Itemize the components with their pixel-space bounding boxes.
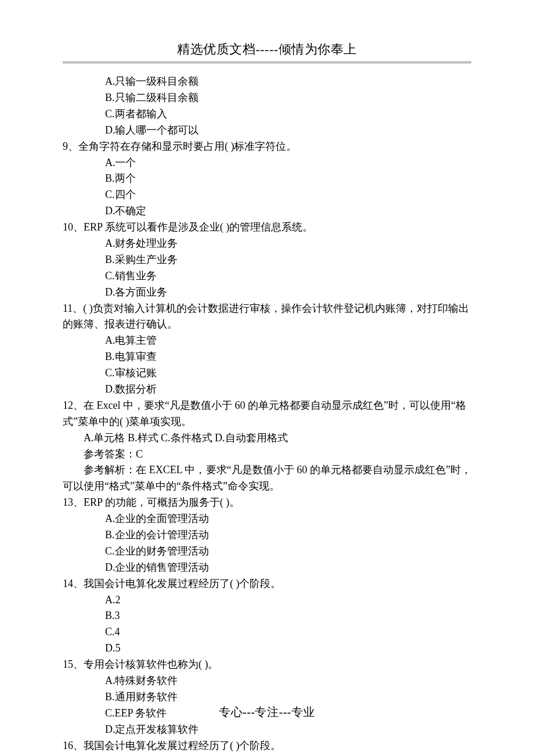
answer-option: B.企业的会计管理活动 (63, 527, 471, 543)
answer-option: D.5 (63, 640, 471, 657)
header-rule (63, 62, 471, 63)
answer-option: A.2 (63, 592, 471, 609)
answer-option: B.3 (63, 608, 471, 624)
answer-option: A.财务处理业务 (63, 236, 471, 252)
question-text: 9、全角字符在存储和显示时要占用( )标准字符位。 (63, 139, 471, 155)
answer-option: D.输人哪一个都可以 (63, 123, 471, 139)
answer-option: A.特殊财务软件 (63, 673, 471, 689)
answer-option: A.只输一级科目余额 (63, 74, 471, 90)
answer-option: B.电算审查 (63, 349, 471, 365)
document-body: A.只输一级科目余额B.只输二级科目余额C.两者都输入D.输人哪一个都可以9、全… (0, 74, 534, 756)
answer-option: A.电算主管 (63, 333, 471, 349)
question-text: 12、在 Excel 中，要求“凡是数值小于 60 的单元格都要自动显示成红色”… (63, 398, 471, 430)
answer-option: D.各方面业务 (63, 285, 471, 301)
answer-option: C.企业的财务管理活动 (63, 543, 471, 560)
question-text: 13、ERP 的功能，可概括为服务于( )。 (63, 495, 471, 511)
answer-option: B.采购生产业务 (63, 252, 471, 268)
page-header: 精选优质文档-----倾情为你奉上 (0, 0, 534, 62)
answer-option: D.不确定 (63, 203, 471, 219)
answer-options-inline: A.单元格 B.样式 C.条件格式 D.自动套用格式 (63, 430, 471, 447)
answer-option: C.销售业务 (63, 268, 471, 285)
answer-option: C.四个 (63, 187, 471, 203)
question-text: 14、我国会计电算化发展过程经历了( )个阶段。 (63, 576, 471, 592)
question-text: 16、我国会计电算化发展过程经历了( )个阶段。 (63, 738, 471, 754)
question-text: 11、( )负责对输入计算机的会计数据进行审核，操作会计软件登记机内账簿，对打印… (63, 301, 471, 333)
explanation-text: 参考解析：在 EXCEL 中，要求“凡是数值小于 60 的单元格都要自动显示成红… (63, 462, 471, 495)
answer-option: D.定点开发核算软件 (63, 722, 471, 738)
page-footer: 专心---专注---专业 (0, 703, 534, 721)
answer-option: C.4 (63, 624, 471, 640)
answer-option: A.一个 (63, 155, 471, 171)
answer-option: D.企业的销售管理活动 (63, 560, 471, 576)
answer-option: C.两者都输入 (63, 106, 471, 123)
question-text: 15、专用会计核算软件也称为( )。 (63, 657, 471, 673)
answer-option: A.2 (63, 754, 471, 757)
answer-option: B.两个 (63, 171, 471, 187)
answer-option: A.企业的全面管理活动 (63, 511, 471, 527)
answer-option: D.数据分析 (63, 381, 471, 398)
reference-answer: 参考答案：C (63, 447, 471, 463)
answer-option: B.只输二级科目余额 (63, 90, 471, 106)
answer-option: C.审核记账 (63, 365, 471, 381)
question-text: 10、ERP 系统可以看作是涉及企业( )的管理信息系统。 (63, 219, 471, 236)
